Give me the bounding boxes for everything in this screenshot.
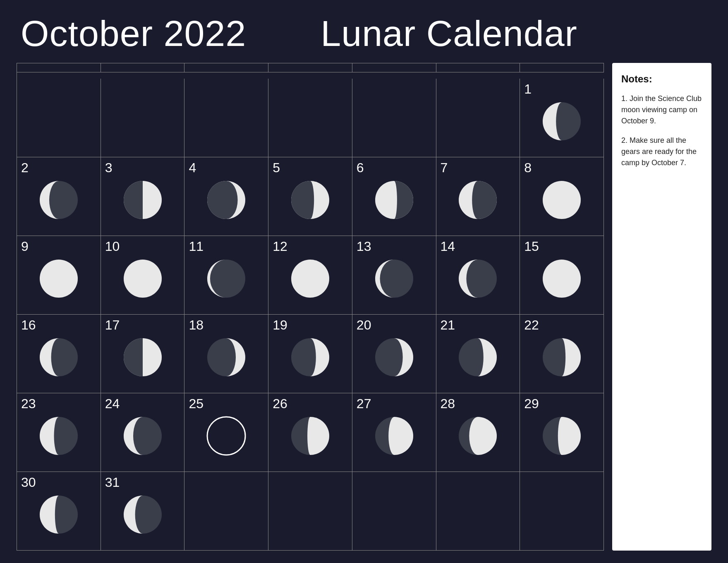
moon-phase-icon bbox=[374, 179, 415, 221]
day-cell: 29 bbox=[520, 393, 604, 472]
day-cell: 10 bbox=[101, 236, 185, 315]
day-number: 6 bbox=[357, 161, 364, 175]
day-cell: 7 bbox=[436, 157, 520, 236]
day-cell: 30 bbox=[17, 472, 101, 551]
day-cell: 15 bbox=[520, 236, 604, 315]
moon-phase-icon bbox=[374, 337, 415, 378]
day-number: 20 bbox=[357, 318, 371, 332]
day-cell: 11 bbox=[184, 236, 268, 315]
day-cell bbox=[436, 472, 520, 551]
moon-phase-icon bbox=[122, 179, 163, 221]
moon-phase-icon bbox=[541, 179, 582, 221]
day-cell: 1 bbox=[520, 79, 604, 157]
day-number: 23 bbox=[21, 397, 36, 411]
day-number: 11 bbox=[189, 239, 204, 254]
day-cell: 19 bbox=[268, 315, 352, 393]
day-cell: 17 bbox=[101, 315, 185, 393]
svg-point-8 bbox=[40, 260, 78, 298]
moon-phase-icon bbox=[206, 337, 247, 378]
day-number: 9 bbox=[21, 239, 29, 254]
moon-phase-icon bbox=[374, 415, 415, 457]
day-cell: 4 bbox=[184, 157, 268, 236]
svg-point-11 bbox=[291, 260, 329, 298]
day-cell: 28 bbox=[436, 393, 520, 472]
day-cell: 9 bbox=[17, 236, 101, 315]
moon-phase-icon bbox=[374, 258, 415, 299]
day-cell: 13 bbox=[352, 236, 436, 315]
day-number: 1 bbox=[524, 82, 532, 96]
day-number: 17 bbox=[105, 318, 120, 332]
day-cell: 24 bbox=[101, 393, 185, 472]
calendar-section: 1 2 3 4 5 6 7 8 9 10 11 bbox=[17, 63, 604, 551]
moon-phase-icon bbox=[290, 258, 331, 299]
day-number: 8 bbox=[524, 161, 532, 175]
day-number: 26 bbox=[273, 397, 287, 411]
day-number: 28 bbox=[441, 397, 455, 411]
moon-phase-icon bbox=[457, 258, 498, 299]
day-number: 7 bbox=[441, 161, 448, 175]
day-number: 10 bbox=[105, 239, 120, 254]
svg-point-9 bbox=[124, 260, 162, 298]
day-cell bbox=[268, 472, 352, 551]
day-cell: 6 bbox=[352, 157, 436, 236]
moon-phase-icon bbox=[38, 179, 79, 221]
moon-phase-icon bbox=[122, 258, 163, 299]
moon-phase-icon bbox=[38, 337, 79, 378]
day-cell: 2 bbox=[17, 157, 101, 236]
day-cell bbox=[436, 79, 520, 157]
calendar-title: Lunar Calendar bbox=[321, 12, 577, 55]
moon-phase-icon bbox=[38, 258, 79, 299]
month-title: October 2022 bbox=[21, 12, 246, 55]
moon-phase-icon bbox=[206, 258, 247, 299]
moon-phase-icon bbox=[290, 179, 331, 221]
day-cell: 31 bbox=[101, 472, 185, 551]
day-number: 25 bbox=[189, 397, 204, 411]
moon-phase-icon bbox=[290, 337, 331, 378]
day-number: 24 bbox=[105, 397, 120, 411]
day-number: 21 bbox=[441, 318, 455, 332]
day-number: 5 bbox=[273, 161, 280, 175]
moon-phase-icon bbox=[38, 494, 79, 535]
moon-phase-icon bbox=[122, 415, 163, 457]
svg-point-14 bbox=[543, 260, 581, 298]
day-cell: 14 bbox=[436, 236, 520, 315]
day-number: 13 bbox=[357, 239, 371, 254]
day-cell: 8 bbox=[520, 157, 604, 236]
day-number: 15 bbox=[524, 239, 539, 254]
day-cell: 12 bbox=[268, 236, 352, 315]
day-number: 30 bbox=[21, 475, 36, 490]
day-number: 16 bbox=[21, 318, 36, 332]
calendar-grid: 1 2 3 4 5 6 7 8 9 10 11 bbox=[17, 63, 604, 551]
svg-point-7 bbox=[543, 181, 581, 219]
day-number: 18 bbox=[189, 318, 204, 332]
day-cell bbox=[184, 79, 268, 157]
moon-phase-icon bbox=[122, 337, 163, 378]
moon-phase-icon bbox=[206, 415, 247, 457]
svg-point-25 bbox=[209, 419, 244, 453]
day-cell: 25 bbox=[184, 393, 268, 472]
moon-phase-icon bbox=[290, 415, 331, 457]
notes-item-2: 2. Make sure all the gears are ready for… bbox=[621, 135, 702, 168]
day-cell: 26 bbox=[268, 393, 352, 472]
moon-phase-icon bbox=[541, 415, 582, 457]
day-number: 19 bbox=[273, 318, 287, 332]
day-cell: 18 bbox=[184, 315, 268, 393]
day-number: 22 bbox=[524, 318, 539, 332]
moon-phase-icon bbox=[541, 258, 582, 299]
notes-title: Notes: bbox=[621, 73, 702, 85]
notes-panel: Notes: 1. Join the Science Club moon vie… bbox=[612, 63, 711, 551]
page-header: October 2022 Lunar Calendar bbox=[17, 12, 711, 55]
moon-phase-icon bbox=[38, 415, 79, 457]
moon-phase-icon bbox=[457, 179, 498, 221]
day-cell: 22 bbox=[520, 315, 604, 393]
day-cell: 5 bbox=[268, 157, 352, 236]
day-cell: 23 bbox=[17, 393, 101, 472]
day-cell: 3 bbox=[101, 157, 185, 236]
day-cell bbox=[352, 79, 436, 157]
moon-phase-icon bbox=[541, 101, 582, 142]
day-number: 27 bbox=[357, 397, 371, 411]
day-cell: 21 bbox=[436, 315, 520, 393]
day-cell: 20 bbox=[352, 315, 436, 393]
day-cell bbox=[268, 79, 352, 157]
notes-text: 1. Join the Science Club moon viewing ca… bbox=[621, 93, 702, 168]
